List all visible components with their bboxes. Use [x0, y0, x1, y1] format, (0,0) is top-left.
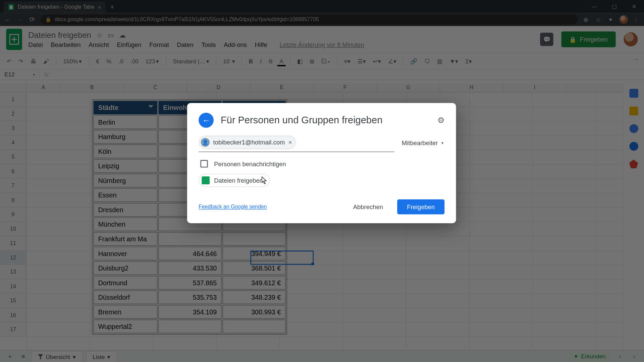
attached-file-chip: Dateien freigeben	[199, 174, 270, 187]
chip-email: tobibecker1@hotmail.com	[213, 139, 285, 146]
file-chip-label: Dateien freigeben	[214, 177, 263, 184]
people-input[interactable]: 👤 tobibecker1@hotmail.com ×	[199, 136, 395, 152]
submit-share-button[interactable]: Freigeben	[397, 199, 444, 215]
dialog-title: Für Personen und Gruppen freigeben	[221, 115, 382, 126]
sheets-file-icon	[202, 176, 210, 184]
back-button[interactable]: ←	[199, 113, 214, 128]
cancel-button[interactable]: Abbrechen	[343, 199, 393, 215]
role-select[interactable]: Mitbearbeiter	[401, 136, 444, 150]
person-chip: 👤 tobibecker1@hotmail.com ×	[199, 136, 296, 149]
remove-chip-icon[interactable]: ×	[288, 139, 292, 146]
feedback-link[interactable]: Feedback an Google senden	[199, 204, 267, 210]
person-avatar-icon: 👤	[201, 138, 210, 146]
share-dialog: ← Für Personen und Gruppen freigeben ⚙ 👤…	[187, 103, 456, 223]
gear-icon[interactable]: ⚙	[437, 115, 444, 125]
notify-checkbox[interactable]	[200, 160, 208, 167]
notify-label: Personen benachrichtigen	[214, 160, 286, 167]
